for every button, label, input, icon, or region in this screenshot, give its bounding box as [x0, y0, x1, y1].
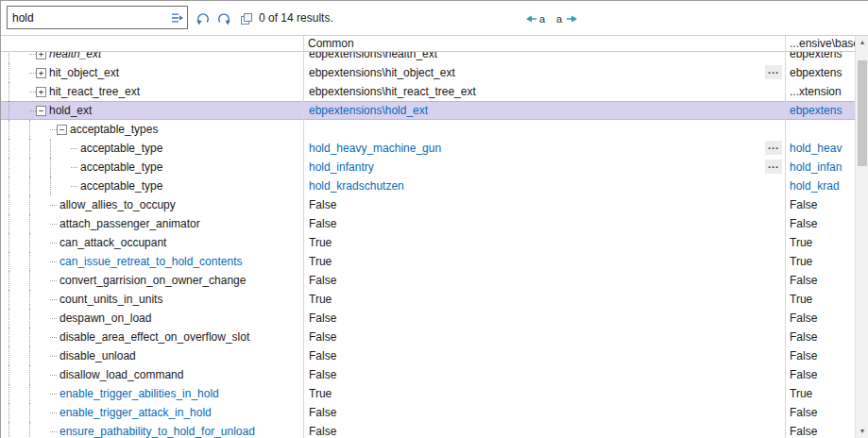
table-row[interactable]: disable_area_effect_on_overflow_slot Fal…	[1, 328, 856, 346]
common-cell[interactable]: False	[303, 403, 785, 422]
base-cell[interactable]: hold_krad	[785, 177, 856, 195]
tree-node-label[interactable]: acceptable_type	[80, 160, 162, 174]
table-row[interactable]: +hit_react_tree_ext ebpextensions\hit_re…	[1, 82, 856, 101]
common-value[interactable]: ebpextensions\hit_object_ext	[309, 66, 455, 79]
base-cell[interactable]: False	[785, 271, 856, 290]
base-cell[interactable]: False	[785, 328, 856, 346]
common-cell[interactable]: True	[303, 233, 785, 252]
common-cell[interactable]: True	[303, 290, 785, 309]
common-cell[interactable]: True	[303, 252, 785, 271]
common-value[interactable]: False	[309, 274, 336, 287]
table-row[interactable]: convert_garrision_on_owner_change False …	[1, 271, 856, 290]
common-value[interactable]: hold_kradschutzen	[309, 179, 404, 193]
common-value[interactable]: False	[309, 217, 336, 230]
goto-match-button[interactable]	[166, 7, 187, 28]
common-value[interactable]: False	[309, 312, 336, 325]
tree-node-label[interactable]: hit_react_tree_ext	[49, 85, 140, 98]
common-cell[interactable]: False	[303, 346, 785, 365]
common-cell[interactable]	[303, 120, 785, 139]
base-cell[interactable]: False	[785, 214, 856, 233]
open-editor-button[interactable]: ...	[765, 160, 782, 174]
common-value[interactable]: hold_infantry	[309, 160, 374, 174]
vertical-scrollbar[interactable]: ▴ ▾	[855, 36, 868, 438]
common-value[interactable]: ebpextensions\hold_ext	[309, 104, 428, 117]
table-row[interactable]: count_units_in_units True True	[1, 290, 856, 309]
search-previous-button[interactable]	[193, 8, 213, 28]
expand-icon[interactable]: +	[36, 68, 46, 78]
common-value[interactable]: True	[309, 236, 332, 249]
column-header-common[interactable]: Common	[303, 36, 785, 51]
tree-node-label[interactable]: disable_unload	[60, 349, 136, 362]
table-row[interactable]: disallow_load_command False False	[1, 365, 856, 384]
column-header-tree[interactable]	[1, 36, 303, 51]
tree-node-label[interactable]: convert_garrision_on_owner_change	[60, 274, 246, 287]
base-cell[interactable]: True	[785, 384, 856, 403]
tree-node-label[interactable]: despawn_on_load	[60, 312, 151, 325]
common-cell[interactable]: ebpextensions\hit_react_tree_ext	[303, 82, 785, 101]
copy-results-button[interactable]	[236, 8, 256, 28]
collapse-icon[interactable]: −	[36, 106, 46, 116]
common-value[interactable]: False	[309, 198, 336, 211]
common-value[interactable]: False	[309, 425, 336, 438]
table-row[interactable]: can_issue_retreat_to_hold_contents True …	[1, 252, 856, 271]
common-cell[interactable]: False	[303, 271, 785, 290]
base-cell[interactable]: True	[785, 290, 856, 309]
common-value[interactable]: False	[309, 368, 336, 381]
common-cell[interactable]: False	[303, 365, 785, 384]
previous-match-button[interactable]: a	[524, 8, 550, 28]
base-cell[interactable]: True	[785, 233, 856, 252]
base-cell[interactable]: False	[785, 403, 856, 422]
common-cell[interactable]: False	[303, 195, 785, 214]
tree-node-label[interactable]: disallow_load_command	[60, 368, 183, 381]
common-cell[interactable]: False	[303, 328, 785, 346]
table-row[interactable]: can_attack_occupant True True	[1, 233, 856, 252]
base-cell[interactable]: False	[785, 346, 856, 365]
tree-node-label[interactable]: count_units_in_units	[60, 293, 162, 306]
base-cell[interactable]: hold_heav	[785, 139, 856, 158]
tree-node-label[interactable]: can_issue_retreat_to_hold_contents	[60, 255, 242, 268]
common-value[interactable]: True	[309, 387, 332, 400]
table-row[interactable]: acceptable_type hold_kradschutzen hold_k…	[1, 177, 856, 195]
column-header-base[interactable]: ...ensive\base	[785, 36, 856, 51]
tree-node-label[interactable]: disable_area_effect_on_overflow_slot	[60, 330, 249, 344]
collapse-icon[interactable]: −	[57, 125, 67, 135]
tree-node-label[interactable]: hold_ext	[49, 104, 92, 117]
base-cell[interactable]: ebpextens	[785, 101, 856, 120]
table-row[interactable]: attach_passenger_animator False False	[1, 214, 856, 233]
open-editor-button[interactable]: ...	[765, 65, 782, 79]
tree-node-label[interactable]: acceptable_type	[80, 179, 162, 193]
scrollbar-thumb[interactable]	[858, 60, 867, 166]
table-row[interactable]: ensure_pathability_to_hold_for_unload Fa…	[1, 422, 856, 438]
common-value[interactable]: hold_heavy_machine_gun	[309, 142, 441, 155]
common-cell[interactable]: hold_heavy_machine_gun ...	[303, 139, 785, 158]
common-value[interactable]: True	[309, 255, 332, 268]
common-value[interactable]: ebpextensions\hit_react_tree_ext	[309, 85, 476, 98]
table-row[interactable]: despawn_on_load False False	[1, 309, 856, 328]
expand-icon[interactable]: +	[36, 87, 46, 97]
table-row[interactable]: −hold_ext ebpextensions\hold_ext ebpexte…	[1, 101, 856, 120]
open-editor-button[interactable]: ...	[765, 141, 782, 155]
base-cell[interactable]: False	[785, 195, 856, 214]
table-row[interactable]: enable_trigger_attack_in_hold False Fals…	[1, 403, 856, 422]
base-cell[interactable]: hold_infan	[785, 158, 856, 177]
base-cell[interactable]: ebpextens	[785, 63, 856, 82]
table-row[interactable]: +hit_object_ext ebpextensions\hit_object…	[1, 63, 856, 82]
base-cell[interactable]: False	[785, 422, 856, 438]
table-row[interactable]: acceptable_type hold_heavy_machine_gun .…	[1, 139, 856, 158]
tree-node-label[interactable]: can_attack_occupant	[60, 236, 166, 249]
base-cell[interactable]: False	[785, 309, 856, 328]
common-value[interactable]: False	[309, 330, 336, 344]
table-row[interactable]: acceptable_type hold_infantry ... hold_i…	[1, 158, 856, 177]
common-cell[interactable]: ebpextensions\hold_ext	[303, 101, 785, 120]
base-cell[interactable]	[785, 120, 856, 139]
tree-node-label[interactable]: acceptable_type	[80, 142, 162, 155]
base-cell[interactable]: False	[785, 365, 856, 384]
table-row[interactable]: allow_allies_to_occupy False False	[1, 195, 856, 214]
common-value[interactable]: True	[309, 293, 332, 306]
common-cell[interactable]: False	[303, 422, 785, 438]
table-row[interactable]: disable_unload False False	[1, 346, 856, 365]
tree-node-label[interactable]: enable_trigger_abilities_in_hold	[60, 387, 219, 400]
common-cell[interactable]: ebpextensions\hit_object_ext ...	[303, 63, 785, 82]
common-cell[interactable]: False	[303, 214, 785, 233]
column-separator[interactable]	[785, 36, 786, 438]
